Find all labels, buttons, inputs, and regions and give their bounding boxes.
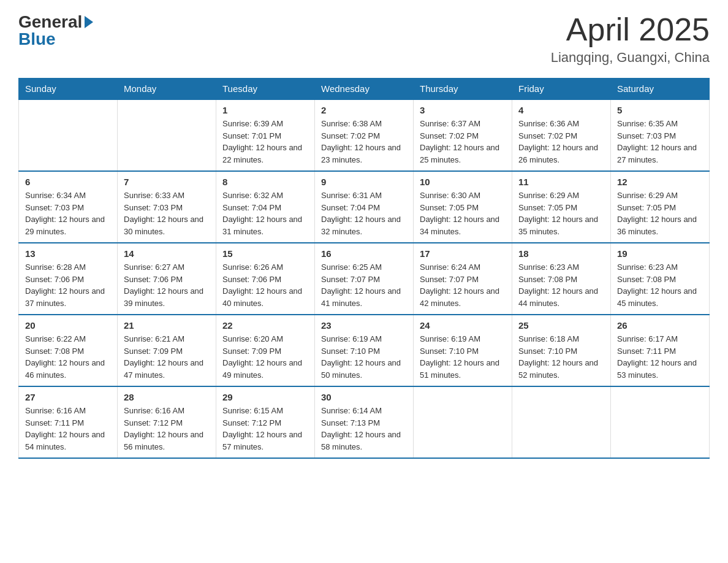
calendar-cell: [19, 99, 118, 171]
calendar-day-header: Sunday: [19, 79, 118, 100]
day-number: 11: [518, 177, 604, 187]
day-number: 5: [617, 105, 703, 115]
title-block: April 2025 Liangqing, Guangxi, China: [551, 12, 710, 66]
day-info: Sunrise: 6:35 AMSunset: 7:03 PMDaylight:…: [617, 118, 703, 166]
day-info: Sunrise: 6:28 AMSunset: 7:06 PMDaylight:…: [25, 261, 111, 309]
location-title: Liangqing, Guangxi, China: [551, 50, 710, 66]
calendar-cell: [118, 99, 216, 171]
calendar-cell: [611, 386, 710, 458]
calendar-cell: 11Sunrise: 6:29 AMSunset: 7:05 PMDayligh…: [512, 171, 611, 243]
logo-blue: Blue: [18, 29, 56, 49]
day-info: Sunrise: 6:23 AMSunset: 7:08 PMDaylight:…: [617, 261, 703, 309]
calendar-cell: 27Sunrise: 6:16 AMSunset: 7:11 PMDayligh…: [19, 386, 118, 458]
calendar-cell: 9Sunrise: 6:31 AMSunset: 7:04 PMDaylight…: [315, 171, 414, 243]
calendar-cell: 5Sunrise: 6:35 AMSunset: 7:03 PMDaylight…: [611, 99, 710, 171]
calendar-cell: 20Sunrise: 6:22 AMSunset: 7:08 PMDayligh…: [19, 315, 118, 386]
calendar-cell: 8Sunrise: 6:32 AMSunset: 7:04 PMDaylight…: [216, 171, 315, 243]
calendar-cell: 3Sunrise: 6:37 AMSunset: 7:02 PMDaylight…: [414, 99, 512, 171]
calendar-day-header: Thursday: [414, 79, 512, 100]
calendar-week-row: 1Sunrise: 6:39 AMSunset: 7:01 PMDaylight…: [19, 99, 710, 171]
day-number: 6: [25, 177, 111, 187]
calendar-cell: 24Sunrise: 6:19 AMSunset: 7:10 PMDayligh…: [414, 315, 512, 386]
day-number: 16: [321, 248, 407, 259]
day-info: Sunrise: 6:15 AMSunset: 7:12 PMDaylight:…: [222, 405, 308, 453]
day-number: 4: [518, 105, 604, 115]
day-number: 23: [321, 320, 407, 331]
calendar-cell: 6Sunrise: 6:34 AMSunset: 7:03 PMDaylight…: [19, 171, 118, 243]
day-info: Sunrise: 6:39 AMSunset: 7:01 PMDaylight:…: [222, 118, 308, 166]
calendar-cell: 17Sunrise: 6:24 AMSunset: 7:07 PMDayligh…: [414, 243, 512, 315]
day-number: 13: [25, 248, 111, 259]
calendar-day-header: Friday: [512, 79, 611, 100]
day-info: Sunrise: 6:31 AMSunset: 7:04 PMDaylight:…: [321, 190, 407, 237]
page-header: General Blue April 2025 Liangqing, Guang…: [18, 12, 710, 66]
day-number: 25: [518, 320, 604, 331]
day-info: Sunrise: 6:24 AMSunset: 7:07 PMDaylight:…: [420, 261, 506, 309]
day-number: 30: [321, 392, 407, 402]
calendar-week-row: 20Sunrise: 6:22 AMSunset: 7:08 PMDayligh…: [19, 315, 710, 386]
day-info: Sunrise: 6:32 AMSunset: 7:04 PMDaylight:…: [222, 190, 308, 237]
calendar-day-header: Tuesday: [216, 79, 315, 100]
day-number: 29: [222, 392, 308, 402]
day-info: Sunrise: 6:19 AMSunset: 7:10 PMDaylight:…: [420, 333, 506, 381]
day-info: Sunrise: 6:16 AMSunset: 7:12 PMDaylight:…: [124, 405, 210, 453]
day-info: Sunrise: 6:21 AMSunset: 7:09 PMDaylight:…: [124, 333, 210, 381]
calendar-cell: 23Sunrise: 6:19 AMSunset: 7:10 PMDayligh…: [315, 315, 414, 386]
day-number: 12: [617, 177, 703, 187]
calendar-day-header: Wednesday: [315, 79, 414, 100]
day-number: 22: [222, 320, 308, 331]
calendar-day-header: Saturday: [611, 79, 710, 100]
day-number: 10: [420, 177, 506, 187]
day-info: Sunrise: 6:20 AMSunset: 7:09 PMDaylight:…: [222, 333, 308, 381]
calendar-week-row: 27Sunrise: 6:16 AMSunset: 7:11 PMDayligh…: [19, 386, 710, 458]
calendar-cell: 2Sunrise: 6:38 AMSunset: 7:02 PMDaylight…: [315, 99, 414, 171]
day-number: 8: [222, 177, 308, 187]
day-info: Sunrise: 6:30 AMSunset: 7:05 PMDaylight:…: [420, 190, 506, 237]
day-info: Sunrise: 6:37 AMSunset: 7:02 PMDaylight:…: [420, 118, 506, 166]
day-number: 19: [617, 248, 703, 259]
day-number: 20: [25, 320, 111, 331]
calendar-cell: 13Sunrise: 6:28 AMSunset: 7:06 PMDayligh…: [19, 243, 118, 315]
day-number: 3: [420, 105, 506, 115]
day-info: Sunrise: 6:33 AMSunset: 7:03 PMDaylight:…: [124, 190, 210, 237]
day-number: 28: [124, 392, 210, 402]
calendar-cell: 16Sunrise: 6:25 AMSunset: 7:07 PMDayligh…: [315, 243, 414, 315]
day-info: Sunrise: 6:34 AMSunset: 7:03 PMDaylight:…: [25, 190, 111, 237]
calendar-cell: 4Sunrise: 6:36 AMSunset: 7:02 PMDaylight…: [512, 99, 611, 171]
day-number: 24: [420, 320, 506, 331]
calendar-cell: 22Sunrise: 6:20 AMSunset: 7:09 PMDayligh…: [216, 315, 315, 386]
calendar-cell: 19Sunrise: 6:23 AMSunset: 7:08 PMDayligh…: [611, 243, 710, 315]
month-title: April 2025: [551, 12, 710, 47]
day-info: Sunrise: 6:22 AMSunset: 7:08 PMDaylight:…: [25, 333, 111, 381]
calendar-cell: 30Sunrise: 6:14 AMSunset: 7:13 PMDayligh…: [315, 386, 414, 458]
day-info: Sunrise: 6:23 AMSunset: 7:08 PMDaylight:…: [518, 261, 604, 309]
calendar-week-row: 13Sunrise: 6:28 AMSunset: 7:06 PMDayligh…: [19, 243, 710, 315]
calendar-cell: 26Sunrise: 6:17 AMSunset: 7:11 PMDayligh…: [611, 315, 710, 386]
logo: General Blue: [18, 12, 93, 49]
logo-triangle-icon: [85, 16, 93, 28]
calendar-cell: 7Sunrise: 6:33 AMSunset: 7:03 PMDaylight…: [118, 171, 216, 243]
calendar-cell: 25Sunrise: 6:18 AMSunset: 7:10 PMDayligh…: [512, 315, 611, 386]
day-info: Sunrise: 6:16 AMSunset: 7:11 PMDaylight:…: [25, 405, 111, 453]
day-number: 18: [518, 248, 604, 259]
day-number: 27: [25, 392, 111, 402]
calendar-day-header: Monday: [118, 79, 216, 100]
calendar-cell: 10Sunrise: 6:30 AMSunset: 7:05 PMDayligh…: [414, 171, 512, 243]
day-number: 2: [321, 105, 407, 115]
calendar-cell: 18Sunrise: 6:23 AMSunset: 7:08 PMDayligh…: [512, 243, 611, 315]
day-info: Sunrise: 6:29 AMSunset: 7:05 PMDaylight:…: [617, 190, 703, 237]
day-info: Sunrise: 6:18 AMSunset: 7:10 PMDaylight:…: [518, 333, 604, 381]
day-number: 21: [124, 320, 210, 331]
day-info: Sunrise: 6:19 AMSunset: 7:10 PMDaylight:…: [321, 333, 407, 381]
day-info: Sunrise: 6:38 AMSunset: 7:02 PMDaylight:…: [321, 118, 407, 166]
day-number: 26: [617, 320, 703, 331]
calendar-cell: [414, 386, 512, 458]
calendar-cell: 21Sunrise: 6:21 AMSunset: 7:09 PMDayligh…: [118, 315, 216, 386]
day-info: Sunrise: 6:36 AMSunset: 7:02 PMDaylight:…: [518, 118, 604, 166]
calendar-cell: 1Sunrise: 6:39 AMSunset: 7:01 PMDaylight…: [216, 99, 315, 171]
day-info: Sunrise: 6:27 AMSunset: 7:06 PMDaylight:…: [124, 261, 210, 309]
day-number: 15: [222, 248, 308, 259]
calendar-table: SundayMondayTuesdayWednesdayThursdayFrid…: [18, 78, 710, 459]
day-info: Sunrise: 6:14 AMSunset: 7:13 PMDaylight:…: [321, 405, 407, 453]
calendar-header-row: SundayMondayTuesdayWednesdayThursdayFrid…: [19, 79, 710, 100]
